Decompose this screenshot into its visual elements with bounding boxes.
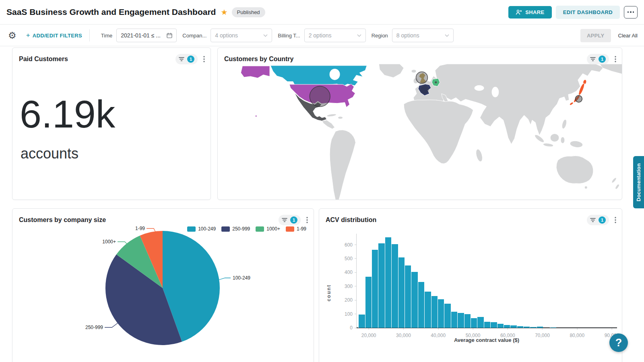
- histogram-bar[interactable]: [444, 304, 450, 328]
- share-button[interactable]: SHARE: [508, 6, 552, 19]
- region-filter-select[interactable]: 8 options: [392, 29, 454, 42]
- time-filter-value: 2021-01-01 ≤ ...: [121, 32, 161, 39]
- map-canada[interactable]: [270, 66, 367, 86]
- documentation-tab[interactable]: Documentation: [633, 156, 644, 208]
- histogram-bar[interactable]: [523, 327, 530, 328]
- histogram-bar[interactable]: [385, 237, 391, 328]
- world-map[interactable]: [218, 64, 622, 200]
- legend-item[interactable]: 100-249: [187, 226, 216, 232]
- histogram-bar[interactable]: [457, 313, 464, 328]
- legend-item[interactable]: 250-999: [221, 226, 250, 232]
- help-button[interactable]: ?: [609, 333, 628, 352]
- map-philippines: [561, 119, 568, 130]
- legend-label: 250-999: [232, 226, 250, 232]
- histogram-bar[interactable]: [451, 312, 457, 328]
- histogram-plot[interactable]: 010020030040050060020,00030,00040,00050,…: [356, 234, 617, 328]
- map-central-america: [322, 120, 335, 129]
- share-button-label: SHARE: [525, 9, 545, 15]
- kebab-menu-icon[interactable]: [306, 217, 308, 223]
- hist-x-axis-label: Average contract value ($): [356, 337, 617, 343]
- map-bubble-us[interactable]: [310, 86, 330, 107]
- map-chukotka: [600, 64, 622, 74]
- widget-filter-chip[interactable]: 1: [175, 54, 198, 64]
- histogram-bar[interactable]: [365, 277, 372, 328]
- more-options-button[interactable]: [624, 6, 638, 19]
- map-alaska[interactable]: [241, 66, 270, 78]
- histogram-bar[interactable]: [431, 296, 438, 328]
- y-tick: 200: [345, 297, 357, 303]
- map-australia: [556, 156, 593, 183]
- histogram-bar[interactable]: [477, 317, 483, 328]
- map-bubble-uk[interactable]: [416, 72, 428, 83]
- histogram-bar[interactable]: [418, 282, 424, 328]
- pie-connector: [105, 323, 118, 327]
- edit-dashboard-button[interactable]: EDIT DASHBOARD: [556, 6, 620, 19]
- histogram-bar[interactable]: [372, 250, 378, 328]
- widget-title: Customers by Country: [224, 56, 293, 63]
- histogram-bar[interactable]: [405, 265, 411, 328]
- histogram-bar[interactable]: [504, 325, 510, 328]
- widget-filter-chip[interactable]: 1: [279, 215, 301, 225]
- legend-swatch: [286, 226, 294, 232]
- clear-all-button[interactable]: Clear All: [618, 33, 638, 39]
- page-title: SaaS Business Growth and Engagement Dash…: [6, 7, 216, 17]
- histogram-bar[interactable]: [411, 272, 417, 328]
- histogram-bar[interactable]: [490, 322, 497, 328]
- widget-filter-chip[interactable]: 1: [587, 54, 609, 64]
- legend-item[interactable]: 1-99: [286, 226, 306, 232]
- map-new-zealand: [611, 177, 617, 183]
- map-new-guinea: [570, 140, 583, 148]
- y-tick: 500: [345, 256, 357, 261]
- map-bubble-germany[interactable]: [435, 81, 437, 83]
- divider: [89, 29, 90, 41]
- filter-count-badge: 1: [290, 216, 297, 224]
- widget-title: Paid Customers: [19, 56, 68, 63]
- billing-filter-select[interactable]: 2 options: [304, 29, 366, 42]
- histogram-bar[interactable]: [424, 292, 431, 328]
- filter-lines-icon: [282, 218, 287, 222]
- widget-customers-by-company-size: Customers by company size 1 100-249250-9…: [12, 208, 314, 362]
- histogram-bar[interactable]: [471, 318, 477, 328]
- calendar-icon: [167, 33, 172, 38]
- histogram-bar[interactable]: [391, 244, 398, 328]
- widget-title: Customers by company size: [19, 216, 106, 224]
- company-filter-select[interactable]: 4 options: [211, 29, 272, 42]
- histogram-bar[interactable]: [550, 327, 556, 328]
- histogram-bar[interactable]: [398, 257, 405, 328]
- legend-label: 100-249: [198, 226, 216, 232]
- plus-icon: +: [26, 31, 30, 39]
- histogram-bar[interactable]: [484, 322, 490, 328]
- histogram-bar[interactable]: [438, 299, 444, 328]
- add-edit-filters-button[interactable]: + ADD/EDIT FILTERS: [26, 31, 82, 39]
- kebab-menu-icon[interactable]: [615, 56, 616, 62]
- pie-legend: 100-249250-9991000+1-99: [187, 226, 306, 232]
- map-hispaniola: [338, 117, 343, 119]
- kebab-menu-icon[interactable]: [203, 56, 205, 62]
- histogram-bar[interactable]: [378, 243, 384, 328]
- map-cuba: [326, 113, 336, 117]
- map-java: [543, 143, 554, 148]
- histogram-bar[interactable]: [497, 324, 504, 328]
- pie-chart[interactable]: 1-99 1000+ 250-999 100-249: [12, 224, 314, 362]
- histogram-bar[interactable]: [358, 315, 365, 328]
- kebab-menu-icon[interactable]: [615, 217, 616, 223]
- histogram-bar[interactable]: [464, 314, 471, 328]
- widget-filter-chip[interactable]: 1: [587, 215, 609, 225]
- y-tick: 300: [345, 284, 357, 289]
- map-hudson-bay: [330, 69, 340, 80]
- favorite-star-icon[interactable]: ★: [221, 8, 227, 17]
- map-hawaii: [255, 115, 257, 117]
- billing-filter-label: Billing T...: [278, 33, 300, 39]
- map-iceland: [411, 70, 416, 73]
- settings-gear-icon[interactable]: ⚙: [8, 30, 17, 41]
- legend-swatch: [187, 226, 196, 232]
- map-bubble-france[interactable]: [421, 86, 429, 94]
- time-filter-input[interactable]: 2021-01-01 ≤ ...: [116, 29, 177, 42]
- legend-item[interactable]: 1000+: [256, 226, 280, 232]
- widget-acv-distribution: ACV distribution 1 count 010020030040050…: [319, 208, 622, 362]
- filter-lines-icon: [590, 218, 596, 222]
- y-tick: 100: [345, 311, 357, 317]
- apply-button[interactable]: APPLY: [580, 29, 611, 42]
- histogram-bar[interactable]: [517, 326, 523, 328]
- map-bubble-japan[interactable]: [575, 95, 582, 102]
